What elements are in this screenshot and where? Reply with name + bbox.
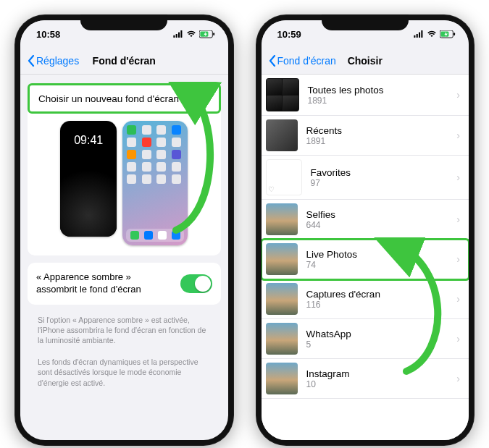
- status-icons: [414, 30, 456, 38]
- svg-rect-0: [173, 35, 175, 38]
- dark-appearance-switch[interactable]: [180, 274, 212, 293]
- signal-icon: [414, 30, 424, 38]
- phone-left: 10:58 Réglages Fond d'écran Choisir un n…: [14, 14, 234, 446]
- status-time: 10:59: [277, 29, 301, 40]
- chevron-right-icon: ›: [456, 89, 460, 101]
- choose-new-label: Choisir un nouveau fond d'écran: [38, 93, 179, 104]
- album-title: WhatsApp: [306, 329, 448, 339]
- notch: [322, 14, 409, 30]
- svg-rect-13: [454, 33, 455, 35]
- svg-rect-3: [180, 30, 182, 38]
- album-count: 5: [306, 339, 448, 350]
- album-thumbnail: [266, 78, 299, 111]
- back-label: Fond d'écran: [277, 55, 336, 67]
- chevron-right-icon: ›: [456, 214, 460, 225]
- back-label: Réglages: [36, 55, 79, 67]
- svg-rect-2: [178, 33, 180, 38]
- album-count: 116: [306, 300, 448, 310]
- album-title: Captures d'écran: [306, 289, 448, 300]
- battery-icon: [440, 30, 456, 38]
- phone-right: 10:59 Fond d'écran Choisir Toutes les ph…: [256, 14, 475, 446]
- footer-note-2: Les fonds d'écran dynamiques et la persp…: [28, 354, 221, 397]
- chevron-right-icon: ›: [456, 373, 460, 384]
- chevron-right-icon: ›: [456, 253, 460, 265]
- album-thumbnail: [266, 243, 298, 275]
- chevron-right-icon: ›: [456, 172, 460, 183]
- svg-rect-9: [419, 33, 420, 38]
- battery-icon: [199, 30, 215, 38]
- album-title: Live Photos: [306, 249, 448, 260]
- signal-icon: [173, 30, 183, 38]
- back-button[interactable]: Réglages: [28, 55, 79, 67]
- album-row[interactable]: Live Photos74›: [262, 240, 469, 279]
- wallpaper-previews: 09:41: [28, 114, 221, 255]
- chevron-right-icon: ›: [456, 130, 460, 141]
- wifi-icon: [186, 30, 196, 38]
- back-button[interactable]: Fond d'écran: [269, 55, 336, 67]
- dark-appearance-label: « Apparence sombre » assombrit le fond d…: [36, 271, 174, 296]
- nav-bar: Réglages Fond d'écran: [20, 48, 228, 75]
- homescreen-preview[interactable]: [122, 121, 188, 245]
- album-title: Récents: [306, 125, 448, 136]
- chevron-right-icon: ›: [456, 293, 460, 305]
- album-row[interactable]: Récents1891›: [262, 116, 469, 156]
- choose-new-wallpaper-row[interactable]: Choisir un nouveau fond d'écran ›: [28, 83, 221, 114]
- svg-rect-6: [213, 33, 214, 35]
- album-row[interactable]: WhatsApp5›: [262, 319, 469, 359]
- album-thumbnail: [266, 203, 298, 235]
- status-time: 10:58: [36, 29, 60, 40]
- album-count: 644: [306, 220, 448, 230]
- album-thumbnail: [266, 119, 298, 151]
- album-list: Toutes les photos1891›Récents1891›Favori…: [262, 75, 469, 399]
- album-row[interactable]: Instagram10›: [262, 359, 469, 399]
- album-thumbnail: [266, 159, 302, 195]
- album-thumbnail: [266, 283, 298, 315]
- album-count: 74: [306, 260, 448, 270]
- album-row[interactable]: Captures d'écran116›: [262, 279, 469, 319]
- album-thumbnail: [266, 323, 298, 355]
- status-icons: [173, 30, 215, 38]
- notch: [80, 14, 167, 30]
- album-row[interactable]: Toutes les photos1891›: [262, 75, 469, 116]
- chevron-left-icon: [28, 55, 35, 67]
- svg-rect-5: [200, 31, 208, 36]
- album-count: 10: [306, 379, 448, 389]
- album-title: Instagram: [306, 368, 448, 379]
- svg-rect-10: [421, 30, 422, 38]
- album-row[interactable]: Favorites97›: [262, 156, 469, 200]
- chevron-right-icon: ›: [206, 93, 210, 104]
- chevron-left-icon: [269, 55, 276, 67]
- svg-rect-1: [175, 34, 177, 38]
- album-count: 1891: [306, 136, 448, 146]
- album-count: 1891: [308, 96, 448, 106]
- album-title: Toutes les photos: [308, 85, 448, 96]
- svg-rect-7: [414, 35, 415, 38]
- nav-bar: Fond d'écran Choisir: [262, 48, 469, 75]
- svg-rect-12: [440, 31, 448, 36]
- album-title: Favorites: [311, 167, 448, 178]
- album-row[interactable]: Selfies644›: [262, 200, 469, 240]
- lockscreen-preview[interactable]: 09:41: [60, 121, 117, 237]
- footer-note-1: Si l'option « Apparence sombre » est act…: [28, 312, 221, 355]
- dark-appearance-row: « Apparence sombre » assombrit le fond d…: [28, 263, 221, 305]
- album-thumbnail: [266, 363, 298, 394]
- album-title: Selfies: [306, 209, 448, 220]
- lock-clock: 09:41: [60, 121, 117, 147]
- svg-rect-8: [417, 34, 418, 38]
- wifi-icon: [427, 30, 437, 38]
- album-count: 97: [311, 178, 448, 188]
- chevron-right-icon: ›: [456, 333, 460, 345]
